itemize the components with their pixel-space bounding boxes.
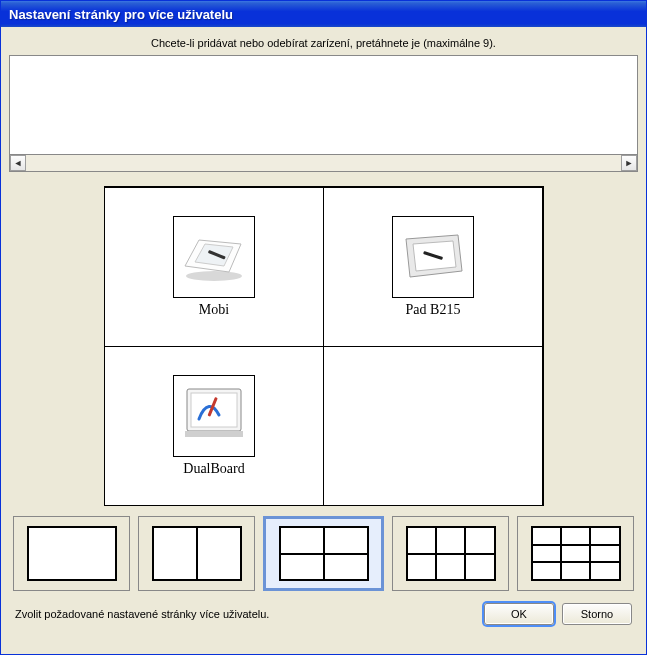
grid-cell-0[interactable]: Mobi <box>104 187 324 347</box>
device-label: Mobi <box>199 302 229 318</box>
footer-hint: Zvolit požadované nastavené stránky více… <box>15 608 269 620</box>
title-bar: Nastavení stránky pro více uživatelu <box>1 1 646 27</box>
window-title: Nastavení stránky pro více uživatelu <box>9 7 233 22</box>
whiteboard-icon <box>173 375 255 457</box>
ok-button[interactable]: OK <box>484 603 554 625</box>
scroll-left-button[interactable]: ◄ <box>10 155 26 171</box>
device-palette-area[interactable] <box>10 56 637 154</box>
grid-icon <box>152 526 242 581</box>
client-area: Chcete-li pridávat nebo odebírat zarízen… <box>1 27 646 633</box>
grid-icon <box>531 526 621 581</box>
device-dualboard[interactable]: DualBoard <box>173 375 255 477</box>
grid-cell-3[interactable] <box>323 346 543 506</box>
layout-option-2x1[interactable] <box>138 516 255 591</box>
svg-point-0 <box>186 271 242 281</box>
pad-icon <box>392 216 474 298</box>
grid-cell-1[interactable]: Pad B215 <box>323 187 543 347</box>
layout-option-3x2[interactable] <box>392 516 509 591</box>
grid-icon <box>279 526 369 581</box>
layout-option-1x1[interactable] <box>13 516 130 591</box>
svg-rect-5 <box>185 431 243 437</box>
footer-row: Zvolit požadované nastavené stránky více… <box>9 597 638 625</box>
device-label: Pad B215 <box>406 302 461 318</box>
palette-scrollbar: ◄ ► <box>10 154 637 171</box>
scroll-track[interactable] <box>26 155 621 171</box>
layout-option-2x2[interactable] <box>263 516 384 591</box>
scroll-right-button[interactable]: ► <box>621 155 637 171</box>
tablet-icon <box>173 216 255 298</box>
layout-option-3x3[interactable] <box>517 516 634 591</box>
instruction-text: Chcete-li pridávat nebo odebírat zarízen… <box>9 35 638 55</box>
cancel-button[interactable]: Storno <box>562 603 632 625</box>
grid-icon <box>406 526 496 581</box>
grid-icon <box>27 526 117 581</box>
device-label: DualBoard <box>183 461 244 477</box>
device-padb215[interactable]: Pad B215 <box>392 216 474 318</box>
grid-cell-2[interactable]: DualBoard <box>104 346 324 506</box>
layout-options-row <box>9 516 638 597</box>
device-mobi[interactable]: Mobi <box>173 216 255 318</box>
layout-preview-wrap: Mobi Pad B215 <box>9 172 638 516</box>
device-palette: ◄ ► <box>9 55 638 172</box>
layout-preview-grid[interactable]: Mobi Pad B215 <box>104 186 544 506</box>
